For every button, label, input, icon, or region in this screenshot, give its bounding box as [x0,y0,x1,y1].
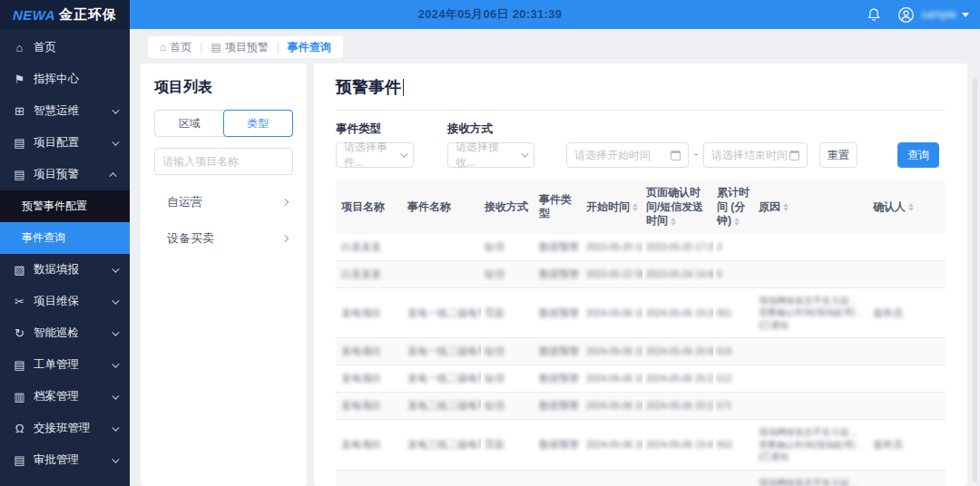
sidebar-item-form[interactable]: ▧ 数据填报 [0,254,130,286]
sidebar-item-label: 交接班管理 [34,421,112,436]
breadcrumb-item[interactable]: ⌂首页 [160,40,191,55]
sidebar-item-document[interactable]: ▤ 项目预警 [0,159,130,190]
reset-button[interactable]: 重置 [819,142,858,168]
receive-method-placeholder: 请选择接收... [456,140,515,170]
end-time-datepicker[interactable]: 请选择结束时间 [703,142,808,168]
flag-icon: ⚑ [13,73,26,86]
archive-icon: ▥ [13,390,26,403]
column-header-reason[interactable]: 原因 [755,180,869,234]
cell-project: 某电项目 [341,373,381,384]
breadcrumb-item[interactable]: ▤项目预警 [211,40,268,55]
cell-reason: 现场网络状态不良引起，需要确认时间(现场处理)，(已通知 [759,427,865,462]
sidebar-item-label: 项目维保 [34,294,112,309]
event-type-placeholder: 请选择事件... [344,140,395,170]
notification-bell-icon[interactable] [864,5,884,24]
cell-minutes: 615 [717,346,732,356]
column-header-start[interactable]: 开始时间 [583,180,642,234]
sort-icon[interactable] [783,203,789,211]
cell-confirm-time: 2024-05-06 20:22 [646,374,713,384]
chevron-down-icon [112,265,119,272]
table-row[interactable]: 某电项目 某电一线二级电导率 短信 数据预警 2024-05-06 10:13 … [336,365,946,393]
cell-type: 数据预警 [539,268,579,279]
approval-icon: ▤ [13,453,26,467]
table-row[interactable]: 某电项目 某电二线二级电导率 短信 数据预警 2024-05-06 10:13 … [336,393,946,420]
cell-start-time: 2024-05-06 10:15 [586,440,642,450]
table-row[interactable]: 白某某某 短信 数据预警 2023-05-20 11:20 2023-05-20… [336,234,946,261]
table-row[interactable]: 某电项目 某电一线二级电导率 页面 数据预警 2024-05-06 10:11 … [336,287,946,338]
sidebar-item-home[interactable]: ⌂ 首页 [0,32,130,63]
sidebar-subitem[interactable]: 预警事件配置 [0,190,130,222]
cell-minutes: 553 [717,440,732,450]
project-tree: 自运营设备买卖 [154,184,293,257]
cell-receive: 页面 [485,439,505,450]
search-button[interactable]: 查询 [897,142,939,168]
sidebar-item-label: 工单管理 [34,357,112,373]
breadcrumb-label: 首页 [170,40,191,55]
sort-icon[interactable] [908,203,914,211]
breadcrumb-separator: | [277,41,279,53]
sidebar-item-grid[interactable]: ⊞ 智慧运维 [0,95,130,127]
cell-reason: 现场网络状态不良引起，需要确认时间(现场处理)，(已通知 [759,478,865,486]
start-time-datepicker[interactable]: 请选择开始时间 [566,142,689,168]
sidebar-item-approval[interactable]: ▤ 审批管理 [0,444,130,476]
chevron-down-icon [112,296,119,304]
table-row[interactable]: 某电项目 某电三线二级电导率 页面 数据预警 2024-05-06 10:15 … [336,420,946,471]
breadcrumb-item[interactable]: 事件查询 [288,40,331,55]
sort-icon[interactable] [734,218,740,226]
tree-item[interactable]: 设备买卖 [154,220,293,257]
cell-receive: 页面 [485,307,505,318]
sidebar-item-patrol[interactable]: ↻ 智能巡检 [0,317,130,349]
sort-icon[interactable] [632,203,638,211]
sidebar: NEWA 金正环保 ⌂ 首页 ⚑ 指挥中心 ⊞ 智慧运维 ▤ 项目配置 ▤ 项目… [0,0,130,486]
column-header-type: 事件类型 [535,180,583,234]
chevron-down-icon [112,360,119,367]
cell-minutes: 612 [717,374,732,384]
sidebar-item-person[interactable]: Ω 交接班管理 [0,413,130,444]
sidebar-item-label: 首页 [34,40,117,55]
cell-type: 数据预警 [539,439,579,450]
chevron-down-icon [400,150,407,157]
sidebar-item-label: 智能巡检 [34,326,112,341]
column-header-confirm[interactable]: 页面确认时间/短信发送时间 [642,180,713,234]
project-search-input[interactable] [154,148,293,175]
sidebar-item-label: 数据填报 [34,262,112,277]
cell-minutes: 551 [717,308,732,318]
cell-receive: 短信 [485,345,505,356]
sidebar-item-flag[interactable]: ⚑ 指挥中心 [0,63,130,95]
receive-method-label: 接收方式 [447,122,534,137]
table-row[interactable]: 白某某某 短信 数据预警 2023-05-22 09:18 2023-05-24… [336,260,946,287]
vertical-scrollbar[interactable] [973,78,977,482]
sort-icon[interactable] [671,218,676,226]
breadcrumb: ⌂首页|▤项目预警|事件查询 [148,36,343,58]
cell-type: 数据预警 [539,400,579,411]
receive-method-select[interactable]: 请选择接收... [447,142,534,168]
tree-item[interactable]: 自运营 [154,184,293,220]
topbar-datetime: 2024年05月06日 20:31:39 [418,0,563,29]
column-header-minutes[interactable]: 累计时间 (分钟) [713,180,755,234]
breadcrumb-icon: ▤ [211,41,220,53]
app-logo: NEWA 金正环保 [0,0,130,29]
sidebar-item-archive[interactable]: ▥ 档案管理 [0,381,130,413]
logo-brand: NEWA [13,7,55,23]
chevron-down-icon [112,138,119,145]
table-header-row: 项目名称事件名称接收方式事件类型开始时间页面确认时间/短信发送时间累计时间 (分… [336,180,946,234]
sidebar-item-document[interactable]: ▤ 项目配置 [0,127,130,159]
content-area: ⌂首页|▤项目预警|事件查询 项目列表 区域类型 自运营设备买卖 预警事件 事件… [130,29,980,486]
cell-person: 值班员 [873,307,903,318]
tab-区域[interactable]: 区域 [155,111,224,136]
chevron-down-icon [112,328,119,335]
table-row[interactable]: 某电项目 某电一线三级电导率 页面 数据预警 2024-05-06 11:06 … [336,470,946,486]
tab-类型[interactable]: 类型 [223,110,294,137]
user-menu[interactable]: sample [896,5,969,24]
cell-confirm-time: 2024-05-06 19:20 [646,308,713,318]
cell-event: 某电一线二级电导率 [407,373,481,384]
cell-start-time: 2023-05-22 09:18 [586,269,642,279]
sidebar-item-workorder[interactable]: ▤ 工单管理 [0,349,130,381]
table-row[interactable]: 某电项目 某电一线二级电导率 短信 数据预警 2024-05-06 10:12 … [336,338,946,365]
sidebar-subitem[interactable]: 事件查询 [0,222,130,254]
column-header-person[interactable]: 确认人 [869,180,946,234]
sidebar-item-tools[interactable]: ✂ 项目维保 [0,286,130,317]
event-type-select[interactable]: 请选择事件... [336,142,414,168]
sidebar-menu: ⌂ 首页 ⚑ 指挥中心 ⊞ 智慧运维 ▤ 项目配置 ▤ 项目预警 预警事件配置 … [0,29,130,476]
range-separator: - [694,148,698,160]
